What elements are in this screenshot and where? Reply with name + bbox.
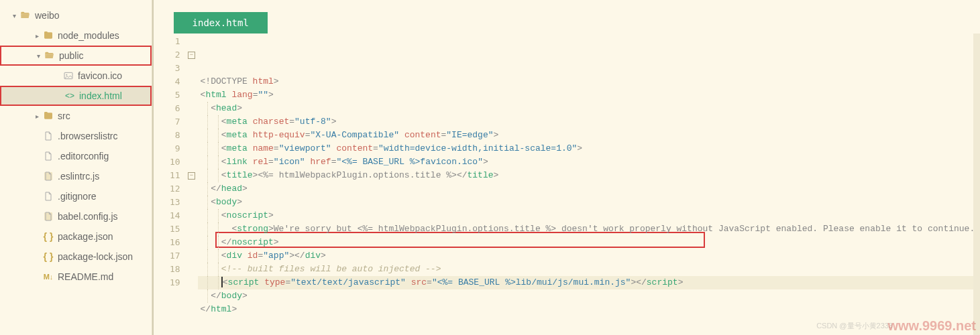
tree-label: README.md	[58, 271, 113, 282]
tree-item-package-lock-json[interactable]: { }package-lock.json	[0, 247, 152, 267]
code-content[interactable]: <!DOCTYPE html><html lang=""> <head> <me…	[198, 34, 980, 335]
code-line-12[interactable]: <strong>We're sorry but <%= htmlWebpackP…	[198, 222, 980, 236]
code-line-16[interactable]: <script type="text/text/javascript" src=…	[198, 276, 980, 289]
file-explorer[interactable]: ▾ weibo ▸node_modules▾publicfavicon.ico<…	[0, 0, 152, 335]
line-number: 14	[154, 209, 180, 222]
tree-label: .eslintrc.js	[58, 171, 99, 182]
line-number: 10	[154, 155, 180, 169]
code-line-17[interactable]: </body>	[198, 289, 980, 303]
markdown-icon: M↓	[42, 273, 55, 281]
tree-item-node-modules[interactable]: ▸node_modules	[0, 25, 152, 46]
line-number: 5	[154, 88, 180, 102]
chevron-down-icon[interactable]: ▾	[9, 12, 19, 19]
code-line-15[interactable]: <!-- built files will be auto injected -…	[198, 263, 980, 276]
fold-placeholder	[186, 102, 198, 115]
file-icon	[42, 151, 55, 161]
code-line-19[interactable]	[198, 316, 980, 330]
file-icon	[42, 191, 55, 202]
tree-item-public[interactable]: ▾public	[0, 46, 152, 66]
tree-label: favicon.ico	[78, 70, 122, 81]
line-number: 13	[154, 196, 180, 209]
line-number: 18	[154, 263, 180, 276]
fold-placeholder	[186, 88, 198, 102]
line-number: 1	[154, 35, 180, 48]
folder-open-icon	[43, 50, 56, 61]
code-line-5[interactable]: <meta http-equiv="X-UA-Compatible" conte…	[198, 129, 980, 142]
file-icon	[42, 131, 55, 141]
code-line-18[interactable]: </html>	[198, 303, 980, 316]
code-line-11[interactable]: <noscript>	[198, 209, 980, 222]
code-line-10[interactable]: <body>	[198, 196, 980, 209]
code-line-6[interactable]: <meta name="viewport" content="width=dev…	[198, 142, 980, 155]
js-file-icon	[42, 171, 55, 182]
app-root: ▾ weibo ▸node_modules▾publicfavicon.ico<…	[0, 0, 980, 335]
line-number: 11	[154, 169, 180, 182]
image-icon	[62, 70, 75, 81]
code-line-8[interactable]: <title><%= htmlWebpackPlugin.options.tit…	[198, 169, 980, 182]
code-line-1[interactable]: <!DOCTYPE html>	[198, 75, 980, 88]
tree-item-favicon-ico[interactable]: favicon.ico	[0, 66, 152, 86]
scrollbar-track[interactable]	[973, 34, 980, 335]
tree-item-package-json[interactable]: { }package.json	[0, 226, 152, 247]
line-number: 4	[154, 75, 180, 88]
code-line-9[interactable]: </head>	[198, 182, 980, 196]
tree-label: package-lock.json	[58, 251, 133, 262]
fold-placeholder	[186, 236, 198, 249]
tree-item--eslintrc-js[interactable]: .eslintrc.js	[0, 166, 152, 186]
fold-placeholder	[186, 142, 198, 155]
code-line-3[interactable]: <head>	[198, 102, 980, 115]
tree-label: .gitignore	[58, 191, 97, 202]
js-file-icon	[42, 211, 55, 222]
tree-item--gitignore[interactable]: .gitignore	[0, 186, 152, 206]
fold-placeholder	[186, 75, 198, 88]
tree-item--browserslistrc[interactable]: .browserslistrc	[0, 126, 152, 146]
tree-label: index.html	[79, 90, 122, 101]
code-line-7[interactable]: <link rel="icon" href="<%= BASE_URL %>fa…	[198, 155, 980, 169]
tab-bar: index.html	[154, 0, 980, 34]
fold-toggle-icon[interactable]: −	[186, 169, 198, 182]
line-number: 15	[154, 222, 180, 236]
svg-point-1	[66, 74, 67, 76]
tab-index-html[interactable]: index.html	[174, 12, 268, 34]
code-area[interactable]: 12345678910111213141516171819 −− <!DOCTY…	[154, 34, 980, 335]
tree-label: package.json	[58, 231, 113, 242]
fold-placeholder	[186, 155, 198, 169]
chevron-right-icon[interactable]: ▸	[32, 32, 42, 40]
folder-open-icon	[19, 10, 32, 21]
tree-item--editorconfig[interactable]: .editorconfig	[0, 146, 152, 166]
tree-label: src	[58, 111, 70, 121]
tree-label: public	[59, 50, 84, 61]
code-line-2[interactable]: <html lang="">	[198, 88, 980, 102]
tree-item-readme-md[interactable]: M↓README.md	[0, 267, 152, 287]
fold-placeholder	[186, 129, 198, 142]
line-number: 6	[154, 102, 180, 115]
code-line-13[interactable]: </noscript>	[198, 236, 980, 249]
line-number: 12	[154, 182, 180, 196]
chevron-right-icon[interactable]: ▸	[32, 113, 42, 120]
code-line-4[interactable]: <meta charset="utf-8">	[198, 115, 980, 129]
fold-toggle-icon[interactable]: −	[186, 48, 198, 62]
tree-label: babel.config.js	[58, 211, 118, 222]
fold-placeholder	[186, 276, 198, 289]
tree-label: weibo	[35, 10, 60, 21]
line-number: 7	[154, 115, 180, 129]
folder-icon	[42, 30, 55, 41]
code-line-14[interactable]: <div id="app"></div>	[198, 249, 980, 263]
fold-placeholder	[186, 249, 198, 263]
line-number: 3	[154, 62, 180, 75]
tree-item-src[interactable]: ▸src	[0, 106, 152, 126]
tree-item-babel-config-js[interactable]: babel.config.js	[0, 206, 152, 226]
fold-placeholder	[186, 263, 198, 276]
line-number: 17	[154, 249, 180, 263]
tree-root-weibo[interactable]: ▾ weibo	[0, 5, 152, 25]
fold-column: −−	[186, 34, 198, 335]
json-icon: { }	[42, 231, 55, 242]
fold-placeholder	[186, 209, 198, 222]
tree-item-index-html[interactable]: <>index.html	[0, 86, 152, 106]
chevron-down-icon[interactable]: ▾	[34, 52, 43, 60]
fold-placeholder	[186, 196, 198, 209]
fold-placeholder	[186, 62, 198, 75]
editor-pane: index.html 12345678910111213141516171819…	[152, 0, 980, 335]
line-number: 19	[154, 276, 180, 289]
fold-placeholder	[186, 115, 198, 129]
